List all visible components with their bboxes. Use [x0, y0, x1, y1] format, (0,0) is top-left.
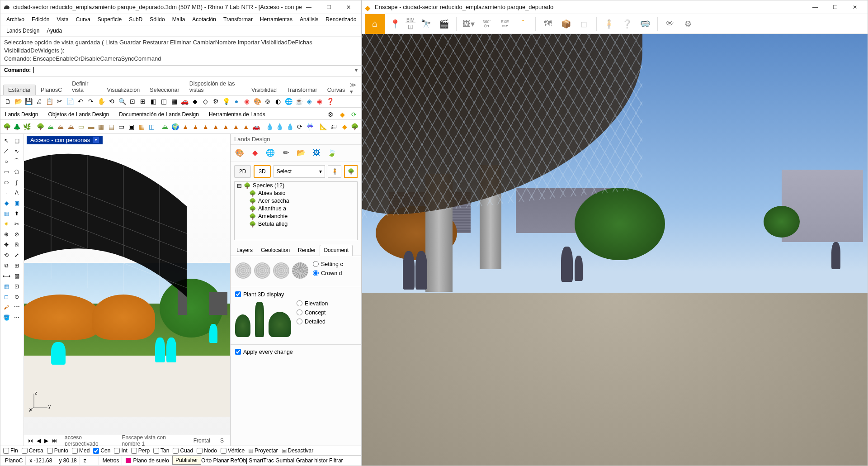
thumb-2[interactable]	[254, 262, 270, 279]
tab-definirvista[interactable]: Definir vista	[67, 78, 102, 95]
more-icon[interactable]: ⋯	[12, 313, 22, 323]
check-plant3d[interactable]: Plant 3D display	[235, 290, 357, 299]
lasso-icon[interactable]: ◫	[12, 136, 22, 146]
menu-transformar[interactable]: Transformar	[220, 15, 256, 24]
ld-tree2-icon[interactable]: 🌲	[12, 122, 21, 132]
menu-subd[interactable]: SubD	[126, 15, 146, 24]
tab-ld-main[interactable]: Lands Design	[3, 109, 40, 119]
analyze-icon[interactable]: ◐	[274, 97, 283, 106]
ld-fence-icon[interactable]: ▦	[97, 122, 106, 132]
ens-close-button[interactable]: ✕	[848, 2, 862, 12]
ld-t7-icon[interactable]: ▲	[241, 122, 250, 132]
collapse-icon[interactable]: ⊟	[236, 182, 242, 189]
cylinder-icon[interactable]: ⊙	[12, 292, 22, 302]
ld-plant-icon[interactable]: 🌳	[350, 122, 359, 132]
line-icon[interactable]: ／	[1, 146, 11, 156]
mesh-icon[interactable]: ⊚	[263, 97, 272, 106]
hatch-icon[interactable]: ▨	[12, 271, 22, 281]
tab-planosc[interactable]: PlanosC	[36, 85, 67, 95]
tab-visibilidad[interactable]: Visibilidad	[246, 85, 282, 95]
join-icon[interactable]: ⊕	[1, 229, 11, 239]
material-icon[interactable]: ◆	[250, 147, 260, 158]
menu-vista[interactable]: Vista	[53, 15, 71, 24]
ld-path-icon[interactable]: ▭	[76, 122, 85, 132]
surf-icon[interactable]: ◆	[1, 198, 11, 208]
solid-icon[interactable]: ▣	[12, 198, 22, 208]
split-icon[interactable]: ⊘	[12, 229, 22, 239]
ld-stairs-icon[interactable]: ▤	[107, 122, 116, 132]
minimize-button[interactable]: —	[302, 2, 316, 12]
mesh-tool-icon[interactable]: ▦	[1, 209, 11, 219]
radio-setting[interactable]: Setting c	[313, 260, 357, 269]
ld-shrub-icon[interactable]: 🌿	[23, 122, 32, 132]
species-item-2[interactable]: 🌳Ailanthus a	[235, 205, 357, 213]
explode-icon[interactable]: ✷	[1, 219, 11, 229]
status-planoc[interactable]: PlanoC	[2, 456, 26, 465]
ens-binoculars-icon[interactable]: 🔭	[418, 16, 434, 32]
ld-furniture-icon[interactable]: ▣	[127, 122, 136, 132]
text-icon[interactable]: A	[12, 188, 22, 198]
menu-superficie[interactable]: Superficie	[94, 15, 125, 24]
ld-terrain1-icon[interactable]: 🌳	[36, 122, 45, 132]
ld-tag-icon[interactable]: 🏷	[329, 122, 338, 132]
status-units[interactable]: Metros	[100, 456, 123, 465]
tab-visualizacion[interactable]: Visualización	[102, 85, 145, 95]
scale-icon[interactable]: ⤢	[12, 250, 22, 260]
ld-terrain4-icon[interactable]: ⛰	[66, 122, 75, 132]
save-icon[interactable]: 💾	[24, 97, 33, 106]
status-layer[interactable]: Plano de suelo	[123, 456, 172, 465]
species-item-1[interactable]: 🌳Acer saccha	[235, 197, 357, 205]
arc-icon[interactable]: ⌒	[12, 157, 22, 166]
ens-chevron-icon[interactable]: ˇ	[515, 16, 531, 32]
ens-walk-icon[interactable]: 🧍	[601, 16, 617, 32]
color-wheel-icon[interactable]: 🎨	[234, 147, 245, 158]
world-icon[interactable]: 🌐	[265, 147, 276, 158]
osnap-perp[interactable]: Perp	[131, 447, 150, 454]
ld-t1-icon[interactable]: ▲	[181, 122, 190, 132]
rotate-tool-icon[interactable]: ⟲	[1, 250, 11, 260]
ld-label-icon[interactable]: ◫	[147, 122, 156, 132]
tab-render[interactable]: Render	[294, 245, 320, 256]
ld-enscape-icon[interactable]: ◆	[340, 122, 349, 132]
move-icon[interactable]: ✥	[1, 240, 11, 250]
menu-herramientas[interactable]: Herramientas	[257, 15, 296, 24]
ld-t3-icon[interactable]: ▲	[201, 122, 210, 132]
ld-zone-icon[interactable]: ▦	[137, 122, 146, 132]
tab-ld-objetos[interactable]: Objetos de Lands Design	[46, 109, 111, 119]
command-line[interactable]: Comando: ▾	[0, 66, 361, 76]
mirror-icon[interactable]: ⧉	[1, 261, 11, 271]
vp-tab-enscape[interactable]: Enscape vista con nombre 1	[118, 433, 187, 446]
tab-curvas[interactable]: Curvas	[322, 85, 350, 95]
tab-layers[interactable]: Layers	[232, 245, 257, 256]
tab-ld-doc[interactable]: Documentación de Lands Design	[117, 109, 201, 119]
tabs-overflow-icon[interactable]: ≫ ▾	[350, 81, 359, 95]
pan-icon[interactable]: ✋	[97, 97, 106, 106]
tab-seleccionar[interactable]: Seleccionar	[145, 85, 184, 95]
ellipse-icon[interactable]: ⬭	[1, 177, 11, 187]
copy-tool-icon[interactable]: ⎘	[12, 240, 22, 250]
ens-help2-icon[interactable]: ❔	[619, 16, 635, 32]
radio-concept[interactable]: Concept	[297, 308, 328, 317]
osnap-cerca[interactable]: Cerca	[22, 447, 43, 454]
vp-prev-icon[interactable]: ◀	[36, 437, 42, 444]
radio-elevation[interactable]: Elevation	[297, 299, 328, 308]
ens-vr-icon[interactable]: 🥽	[637, 16, 653, 32]
ld-water1-icon[interactable]: 💧	[265, 122, 274, 132]
ld-terrain2-icon[interactable]: ⛰	[46, 122, 55, 132]
ld-t2-icon[interactable]: ▲	[191, 122, 200, 132]
rotate-icon[interactable]: ⟲	[107, 97, 116, 106]
osnap-med[interactable]: Med	[72, 447, 90, 454]
folder-icon[interactable]: 📂	[296, 147, 307, 158]
tree-preview-3[interactable]	[269, 312, 291, 337]
ens-home-button[interactable]: ⌂	[365, 14, 385, 34]
menu-landsdesign[interactable]: Lands Design	[3, 26, 42, 35]
settings-icon[interactable]: ⚙	[211, 97, 220, 106]
arrow-icon[interactable]: ↖	[1, 136, 11, 146]
menu-edicion[interactable]: Edición	[28, 15, 52, 24]
light-icon[interactable]: 💡	[222, 97, 231, 106]
vp-last-icon[interactable]: ⏭	[51, 437, 58, 444]
ld-terrain-a-icon[interactable]: ⛰	[160, 122, 170, 132]
tree-preview-2[interactable]	[255, 302, 264, 337]
ens-screenshot-icon[interactable]: 🖼▾	[461, 16, 476, 32]
osnap-int[interactable]: Int	[114, 447, 127, 454]
